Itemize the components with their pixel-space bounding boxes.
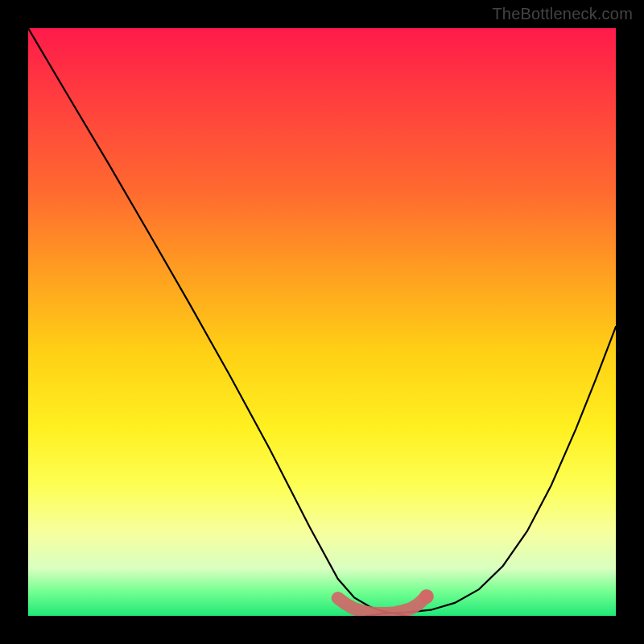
watermark-text: TheBottleneck.com <box>492 5 633 23</box>
chart-frame: TheBottleneck.com <box>0 0 644 644</box>
left-branch-curve <box>28 28 407 616</box>
chart-plot-area <box>28 28 616 616</box>
valley-marker-endpoint <box>419 589 434 604</box>
valley-marker-band <box>338 597 427 613</box>
chart-svg <box>28 28 616 616</box>
right-branch-curve <box>366 327 616 616</box>
